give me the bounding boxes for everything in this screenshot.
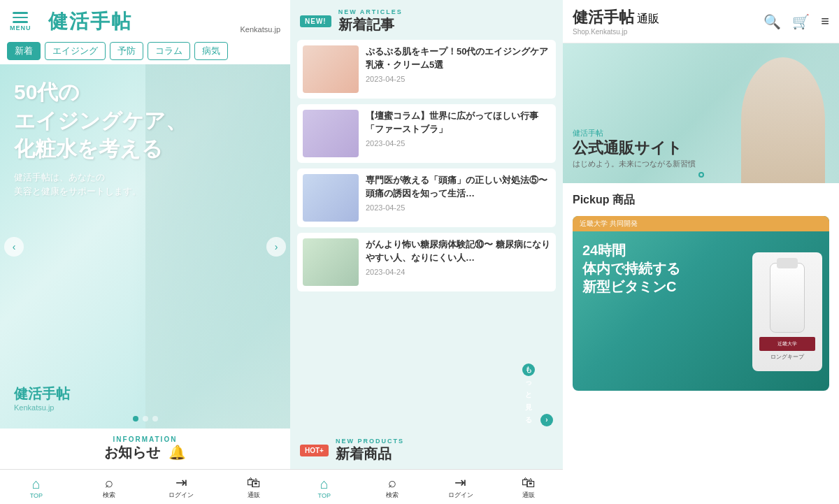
nav-tabs: 新着 エイジング 予防 コラム 病気 xyxy=(0,38,290,64)
article-title-1: ぷるぷる肌をキープ！50代のエイジングケア乳液・クリーム5選 xyxy=(366,45,550,72)
hero-content: 50代のエイジングケア、化粧水を考える 健活手帖は、あなたの美容と健康をサポート… xyxy=(0,64,290,206)
middle-nav-top[interactable]: ⌂ TOP xyxy=(290,470,359,504)
nav-tab-prevention[interactable]: 予防 xyxy=(110,42,143,60)
article-item-3[interactable]: 専門医が教える「頭痛」の正しい対処法⑤〜頭痛の誘因を知って生活… 2023-04… xyxy=(297,168,556,227)
middle-bottom-nav: ⌂ TOP ⌕ 検索 ⇥ ログイン 🛍 通販 xyxy=(290,469,563,504)
left-header: MENU 健活手帖 Kenkatsu.jp xyxy=(0,0,290,38)
shop-icon: 🛍 xyxy=(247,475,261,489)
new-products-labels: NEW PRODUCTS 新着商品 xyxy=(336,438,404,463)
shop-search-icon[interactable]: 🔍 xyxy=(763,13,781,30)
nav-tab-disease[interactable]: 病気 xyxy=(194,42,228,60)
article-thumb-4 xyxy=(303,238,359,286)
right-panel: 健活手帖 通販 Shop.Kenkatsu.jp 🔍 🛒 ≡ 健活手帖 公式通販… xyxy=(563,0,839,504)
article-thumb-2 xyxy=(303,110,359,157)
menu-label: MENU xyxy=(10,24,31,31)
new-products-sublabel: NEW PRODUCTS xyxy=(336,438,404,445)
hero-title: 50代のエイジングケア、化粧水を考える xyxy=(14,78,276,164)
hero-arrow-right[interactable]: › xyxy=(266,237,286,257)
shop-title: 健活手帖 xyxy=(573,8,634,26)
pickup-banner-text: 近畿大学 共同開発 xyxy=(580,219,638,229)
shop-menu-icon[interactable]: ≡ xyxy=(821,13,829,30)
hero-shop-text: 健活手帖 公式通販サイト はじめよう。未来につながる新習慣 xyxy=(573,128,696,169)
middle-panel: NEW! NEW ARTICLES 新着記事 ぷるぷる肌をキープ！50代のエイジ… xyxy=(290,0,563,504)
nav-tab-column[interactable]: コラム xyxy=(148,42,190,60)
article-date-1: 2023-04-25 xyxy=(366,75,550,83)
article-info-3: 専門医が教える「頭痛」の正しい対処法⑤〜頭痛の誘因を知って生活… 2023-04… xyxy=(366,174,550,212)
hero-dot-2[interactable] xyxy=(143,416,148,422)
new-articles-sublabel: NEW ARTICLES xyxy=(338,8,403,15)
article-info-4: がんより怖い糖尿病体験記⑩〜 糖尿病になりやすい人、なりにくい人… 2023-0… xyxy=(366,238,550,276)
middle-nav-search-label: 検索 xyxy=(386,491,399,500)
pickup-section: Pickup 商品 近畿大学 共同開発 24時間体内で持続する新型ビタミンC 近… xyxy=(563,183,839,504)
site-domain: Kenkatsu.jp xyxy=(241,25,280,34)
site-title: 健活手帖 xyxy=(48,8,132,35)
left-nav-shop[interactable]: 🛍 通販 xyxy=(217,470,290,504)
shop-title-badge: 通販 xyxy=(637,13,659,24)
home-icon: ⌂ xyxy=(32,477,41,491)
product-name: ロングキープ xyxy=(770,353,804,361)
hero-shop: 健活手帖 公式通販サイト はじめよう。未来につながる新習慣 xyxy=(563,43,839,183)
new-badge: NEW! xyxy=(300,15,331,27)
pickup-card-banner: 近畿大学 共同開発 xyxy=(573,216,829,231)
hero-dot-1[interactable] xyxy=(133,416,138,422)
middle-nav-search[interactable]: ⌕ 検索 xyxy=(359,470,427,504)
nav-tab-new[interactable]: 新着 xyxy=(7,42,41,60)
article-date-3: 2023-04-25 xyxy=(366,203,550,212)
search-icon: ⌕ xyxy=(105,475,113,489)
middle-nav-shop-label: 通販 xyxy=(522,491,535,500)
pickup-label: Pickup 商品 xyxy=(573,193,829,208)
shop-cart-icon[interactable]: 🛒 xyxy=(792,13,810,30)
left-nav-shop-label: 通販 xyxy=(248,491,260,500)
hero-section: ‹ › 50代のエイジングケア、化粧水を考える 健活手帖は、あなたの美容と健康を… xyxy=(0,64,290,429)
left-bottom-nav: ⌂ TOP ⌕ 検索 ⇥ ログイン 🛍 通販 xyxy=(0,469,290,504)
more-link[interactable]: もっと見る › xyxy=(290,358,563,432)
hero-footer: 健活手帖 Kenkatsu.jp xyxy=(0,384,290,429)
more-arrow-icon: › xyxy=(540,414,553,426)
new-articles-labels: NEW ARTICLES 新着記事 xyxy=(338,8,403,34)
new-products-header: HOT+ NEW PRODUCTS 新着商品 xyxy=(290,432,563,469)
left-nav-top[interactable]: ⌂ TOP xyxy=(0,470,73,504)
middle-nav-shop[interactable]: 🛍 通販 xyxy=(495,470,564,504)
article-item-2[interactable]: 【壇蜜コラム】世界に広がってほしい行事「ファーストブラ」 2023-04-25 xyxy=(297,104,556,163)
shop-header: 健活手帖 通販 Shop.Kenkatsu.jp 🔍 🛒 ≡ xyxy=(563,0,839,43)
info-icon: 🔔 xyxy=(168,444,186,461)
left-nav-top-label: TOP xyxy=(30,492,43,499)
middle-home-icon: ⌂ xyxy=(320,477,329,491)
left-nav-search[interactable]: ⌕ 検索 xyxy=(73,470,145,504)
hero-dot-3[interactable] xyxy=(152,416,158,422)
middle-login-icon: ⇥ xyxy=(454,475,466,489)
article-thumb-1 xyxy=(303,45,359,93)
middle-nav-login[interactable]: ⇥ ログイン xyxy=(426,470,495,504)
left-nav-search-label: 検索 xyxy=(103,491,115,500)
new-products-title: 新着商品 xyxy=(336,445,404,463)
article-title-3: 専門医が教える「頭痛」の正しい対処法⑤〜頭痛の誘因を知って生活… xyxy=(366,174,550,201)
article-item-4[interactable]: がんより怖い糖尿病体験記⑩〜 糖尿病になりやすい人、なりにくい人… 2023-0… xyxy=(297,233,556,291)
pickup-card[interactable]: 近畿大学 共同開発 24時間体内で持続する新型ビタミンC 近畿大学 ロングキープ xyxy=(573,216,829,391)
shop-cta-label: 健活手帖 xyxy=(573,128,696,138)
pickup-product-image: 近畿大学 ロングキープ xyxy=(752,252,822,371)
university-logo: 近畿大学 xyxy=(759,337,815,351)
middle-shop-icon: 🛍 xyxy=(522,475,536,489)
article-list: ぷるぷる肌をキープ！50代のエイジングケア乳液・クリーム5選 2023-04-2… xyxy=(290,40,563,358)
shop-header-icons: 🔍 🛒 ≡ xyxy=(763,13,829,30)
shop-carousel-dot[interactable] xyxy=(698,172,704,178)
product-bottle xyxy=(770,263,805,333)
middle-nav-login-label: ログイン xyxy=(448,491,473,500)
nav-tab-aging[interactable]: エイジング xyxy=(45,42,106,60)
info-banner: INFORMATION お知らせ 🔔 xyxy=(0,429,290,469)
article-item-1[interactable]: ぷるぷる肌をキープ！50代のエイジングケア乳液・クリーム5選 2023-04-2… xyxy=(297,40,556,99)
hero-arrow-left[interactable]: ‹ xyxy=(4,237,24,257)
hero-brand: 健活手帖 xyxy=(14,384,70,403)
hot-badge: HOT+ xyxy=(300,445,329,456)
middle-search-icon: ⌕ xyxy=(388,475,396,489)
shop-cta-sub: はじめよう。未来につながる新習慣 xyxy=(573,159,696,169)
pickup-card-inner: 近畿大学 共同開発 24時間体内で持続する新型ビタミンC 近畿大学 ロングキープ xyxy=(573,216,829,391)
article-thumb-3 xyxy=(303,174,359,222)
shop-domain: Shop.Kenkatsu.jp xyxy=(573,28,659,36)
info-label: INFORMATION xyxy=(7,435,283,443)
left-nav-login[interactable]: ⇥ ログイン xyxy=(145,470,218,504)
article-date-2: 2023-04-25 xyxy=(366,139,550,147)
article-date-4: 2023-04-24 xyxy=(366,268,550,276)
hamburger-menu-icon[interactable] xyxy=(13,12,28,23)
new-articles-title: 新着記事 xyxy=(338,15,403,34)
